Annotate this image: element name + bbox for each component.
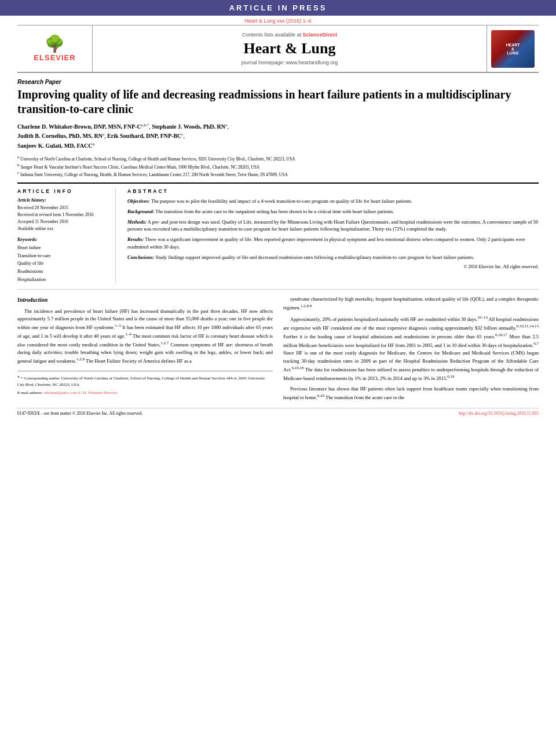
background-label: Background: bbox=[127, 209, 154, 214]
article-info-dates: Received 20 November 2015 Received in re… bbox=[17, 204, 109, 232]
abstract-results: Results: There was a significant improve… bbox=[127, 236, 539, 251]
body-right-para-2: Approximately, 20% of patients hospitali… bbox=[283, 315, 539, 382]
body-right: syndrome characterized by high mortality… bbox=[283, 295, 539, 404]
footnote-asterisk-line: * * Corresponding author. University of … bbox=[17, 375, 273, 388]
introduction-title: Introduction bbox=[17, 295, 273, 305]
author-name-1: Charlene D. Whitaker-Brown, DNP, MSN, FN… bbox=[17, 123, 141, 130]
received-revised-date: Received in revised form 1 November 2016 bbox=[17, 211, 109, 218]
main-content: Research Paper Improving quality of life… bbox=[0, 73, 556, 422]
heart-lung-logo-box: HEART&LUNG bbox=[487, 25, 539, 72]
article-info-header: ARTICLE INFO bbox=[17, 188, 109, 194]
journal-url-bar: Heart & Lung xxx (2016) 1–6 bbox=[0, 16, 556, 25]
doi-link[interactable]: http://dx.doi.org/10.1016/j.hrtlng.2016.… bbox=[459, 411, 539, 416]
abstract-objectives: Objectives: The purpose was to pilot the… bbox=[127, 198, 539, 205]
heart-lung-logo-img: HEART&LUNG bbox=[491, 30, 535, 68]
keyword-2: Transition-to-care bbox=[17, 252, 109, 260]
email-label: E-mail address: bbox=[17, 390, 43, 395]
keyword-1: Heart failure bbox=[17, 244, 109, 252]
body-two-col: Introduction The incidence and prevalenc… bbox=[17, 289, 539, 404]
keywords-label: Keywords: bbox=[17, 237, 109, 242]
footnotes-section: * * Corresponding author. University of … bbox=[17, 371, 273, 396]
abstract-content: Objectives: The purpose was to pilot the… bbox=[127, 198, 539, 271]
comma-4: , bbox=[183, 133, 185, 140]
elsevier-logo-box: 🌳 ELSEVIER bbox=[17, 25, 93, 72]
body-left: Introduction The incidence and prevalenc… bbox=[17, 295, 273, 404]
author-name-4: Erik Southard, DNP, FNP-BC bbox=[107, 133, 181, 140]
journal-center: Contents lists available at ScienceDirec… bbox=[93, 25, 487, 72]
bottom-bar: 0147-9563/$ – see front matter © 2016 El… bbox=[17, 408, 539, 416]
available-online: Available online xxx bbox=[17, 225, 109, 232]
footnote-asterisk-text: * Corresponding author. University of No… bbox=[17, 376, 265, 387]
keywords-list: Heart failure Transition-to-care Quality… bbox=[17, 244, 109, 283]
affiliation-c: c Indiana State University, College of N… bbox=[17, 170, 539, 178]
abstract-background: Background: The transition from the acut… bbox=[127, 208, 539, 216]
affiliations: a University of North Carolina at Charlo… bbox=[17, 154, 539, 178]
affiliation-b: b Sanger Heart & Vascular Institute's He… bbox=[17, 162, 539, 170]
abstract-col: ABSTRACT Objectives: The purpose was to … bbox=[127, 188, 539, 283]
methods-label: Methods: bbox=[127, 219, 147, 225]
keyword-5: Hospitalization bbox=[17, 276, 109, 284]
article-history-label: Article history: bbox=[17, 198, 109, 203]
background-text: The transition from the acute care to th… bbox=[155, 209, 394, 214]
footnote-email-line: E-mail address: cdwhitak@uncc.edu (C.D. … bbox=[17, 390, 273, 396]
homepage-url: www.heartandlung.org bbox=[286, 60, 338, 65]
intro-para-1: The incidence and prevalence of heart fa… bbox=[17, 308, 273, 366]
homepage-prefix: journal homepage: bbox=[242, 60, 286, 65]
author-name-2: Stephanie J. Woods, PhD, RN bbox=[152, 123, 225, 130]
elsevier-tree-icon: 🌳 bbox=[45, 36, 65, 52]
keyword-4: Readmissions bbox=[17, 268, 109, 276]
two-col-section: ARTICLE INFO Article history: Received 2… bbox=[17, 182, 539, 283]
article-in-press-banner: ARTICLE IN PRESS bbox=[0, 0, 556, 16]
affiliation-a: a University of North Carolina at Charlo… bbox=[17, 154, 539, 162]
article-title: Improving quality of life and decreasing… bbox=[17, 87, 539, 116]
comma-2: , bbox=[227, 123, 229, 130]
email-address[interactable]: cdwhitak@uncc.edu (C.D. Whitaker-Brown). bbox=[44, 390, 118, 395]
results-text: There was a significant improvement in q… bbox=[127, 236, 525, 250]
body-right-para-1: syndrome characterized by high mortality… bbox=[283, 295, 539, 312]
body-right-para-3: Previous literature has shown that HF pa… bbox=[283, 385, 539, 401]
methods-text: A pre- and post-test design was used. Qu… bbox=[127, 219, 538, 232]
issn-text: 0147-9563/$ – see front matter © 2016 El… bbox=[17, 411, 142, 416]
abstract-conclusions: Conclusions: Study findings support impr… bbox=[127, 254, 539, 261]
accepted-date: Accepted 11 November 2016 bbox=[17, 218, 109, 225]
objectives-text: The purpose was to pilot the feasibility… bbox=[151, 198, 412, 204]
conclusions-text: Study findings support improved quality … bbox=[155, 254, 474, 260]
journal-name-header: Heart & Lung bbox=[244, 40, 336, 57]
sciencedirect-prefix: Contents lists available at bbox=[242, 32, 303, 38]
article-info-col: ARTICLE INFO Article history: Received 2… bbox=[17, 188, 116, 283]
sciencedirect-link[interactable]: ScienceDirect bbox=[303, 32, 338, 38]
keyword-3: Quality of life bbox=[17, 260, 109, 268]
article-type: Research Paper bbox=[17, 79, 539, 85]
author-name-3: Judith B. Cornelius, PhD, MS, RN bbox=[17, 133, 103, 140]
elsevier-text: ELSEVIER bbox=[34, 53, 75, 62]
abstract-header: ABSTRACT bbox=[127, 188, 539, 194]
abstract-copyright: © 2016 Elsevier Inc. All rights reserved… bbox=[127, 264, 539, 271]
journal-header: 🌳 ELSEVIER Contents lists available at S… bbox=[17, 25, 539, 73]
received-date: Received 20 November 2015 bbox=[17, 204, 109, 211]
abstract-methods: Methods: A pre- and post-test design was… bbox=[127, 218, 539, 233]
sciencedirect-line: Contents lists available at ScienceDirec… bbox=[242, 32, 337, 38]
author-name-5: Sanjeev K. Gulati, MD, FACC bbox=[17, 143, 93, 149]
objectives-label: Objectives: bbox=[127, 198, 150, 204]
results-label: Results: bbox=[127, 236, 144, 242]
conclusions-label: Conclusions: bbox=[127, 254, 154, 260]
journal-homepage-line: journal homepage: www.heartandlung.org bbox=[242, 60, 338, 65]
authors-line: Charlene D. Whitaker-Brown, DNP, MSN, FN… bbox=[17, 122, 539, 151]
